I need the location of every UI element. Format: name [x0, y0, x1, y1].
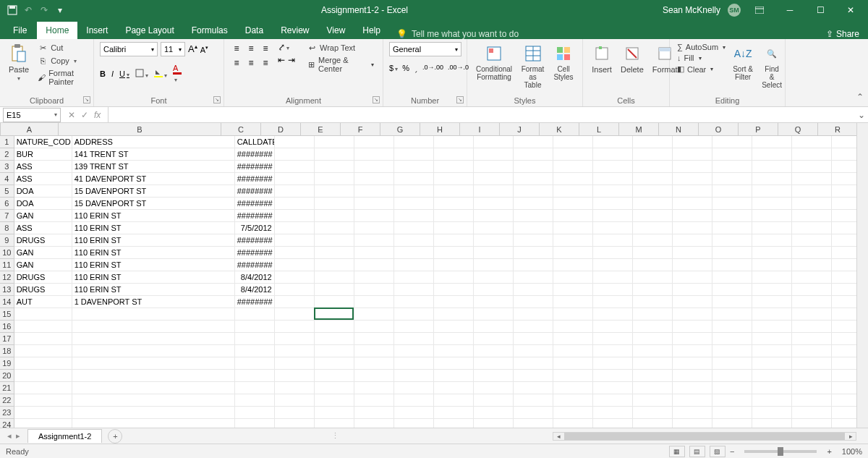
cell[interactable] [553, 198, 593, 210]
number-format-select[interactable]: General▾ [389, 42, 461, 56]
row-header-5[interactable]: 5 [0, 185, 14, 198]
cell[interactable] [514, 222, 553, 234]
cell[interactable] [354, 370, 394, 382]
cell[interactable]: 1 DAVENPORT ST [72, 296, 235, 308]
cell[interactable] [673, 296, 712, 308]
cell[interactable]: 8/4/2012 [235, 271, 275, 284]
cell[interactable] [235, 308, 275, 321]
cell[interactable] [792, 247, 832, 259]
cell[interactable] [315, 259, 354, 271]
cell[interactable] [832, 296, 856, 308]
cell[interactable]: ######## [235, 259, 275, 271]
wrap-text-button[interactable]: ↩Wrap Text [304, 42, 377, 54]
cell[interactable] [394, 222, 434, 234]
cell[interactable] [394, 234, 434, 247]
orientation-button[interactable]: ⤤ [278, 42, 295, 52]
cell[interactable] [514, 308, 553, 321]
zoom-slider[interactable] [744, 450, 817, 453]
new-sheet-button[interactable]: + [108, 429, 122, 444]
cell[interactable] [712, 308, 752, 321]
cell[interactable] [792, 222, 832, 234]
cell[interactable] [434, 161, 474, 173]
expand-formula-bar-icon[interactable]: ⌄ [855, 110, 868, 120]
cell[interactable] [593, 136, 633, 148]
cell[interactable] [712, 210, 752, 222]
cell[interactable] [434, 234, 474, 247]
clear-button[interactable]: ◧Clear▾ [676, 64, 727, 75]
cell[interactable] [315, 284, 354, 296]
cell[interactable] [633, 296, 673, 308]
cell[interactable] [673, 284, 712, 296]
cell[interactable] [14, 382, 72, 394]
cell[interactable] [752, 198, 792, 210]
cell[interactable] [752, 234, 792, 247]
cell[interactable] [593, 382, 633, 394]
align-middle-icon[interactable]: ≡ [244, 42, 258, 55]
column-header-O[interactable]: O [699, 123, 739, 135]
cell[interactable] [752, 284, 792, 296]
bold-button[interactable]: B [100, 69, 106, 78]
cell[interactable] [434, 173, 474, 185]
cell[interactable] [792, 321, 832, 333]
cell[interactable] [553, 345, 593, 357]
cell[interactable] [553, 136, 593, 148]
fill-button[interactable]: ↓Fill▾ [676, 53, 727, 63]
increase-indent-icon[interactable]: ⇥ [288, 55, 295, 65]
next-sheet-icon[interactable]: ▸ [14, 431, 22, 441]
cell[interactable]: ######## [235, 148, 275, 161]
cell[interactable] [394, 357, 434, 370]
fx-icon[interactable]: fx [94, 110, 101, 120]
cell[interactable] [474, 222, 514, 234]
shrink-font-icon[interactable]: A▾ [200, 45, 208, 54]
cell[interactable] [593, 247, 633, 259]
save-icon[interactable] [6, 4, 19, 17]
cell[interactable] [474, 136, 514, 148]
cell[interactable] [832, 234, 856, 247]
cell[interactable] [593, 407, 633, 419]
cell[interactable] [633, 345, 673, 357]
cell[interactable] [553, 148, 593, 161]
cell[interactable] [394, 173, 434, 185]
cell[interactable] [673, 136, 712, 148]
cell[interactable] [474, 173, 514, 185]
cell[interactable] [434, 198, 474, 210]
user-name[interactable]: Sean McKnelly [663, 5, 720, 15]
cell[interactable] [434, 271, 474, 284]
cell[interactable] [275, 333, 315, 345]
cell[interactable] [593, 234, 633, 247]
cell[interactable]: 15 DAVENPORT ST [72, 185, 235, 198]
cell[interactable] [275, 259, 315, 271]
borders-button[interactable] [135, 69, 148, 79]
cell[interactable] [712, 234, 752, 247]
cell[interactable] [434, 308, 474, 321]
cell[interactable] [673, 185, 712, 198]
cell[interactable] [275, 136, 315, 148]
cell[interactable] [673, 321, 712, 333]
cell[interactable] [792, 259, 832, 271]
cell[interactable] [275, 321, 315, 333]
cell[interactable]: 110 ERIN ST [72, 284, 235, 296]
cell[interactable] [553, 308, 593, 321]
row-header-23[interactable]: 23 [0, 407, 14, 419]
font-dialog-launcher[interactable]: ↘ [213, 96, 221, 103]
cell[interactable]: ######## [235, 173, 275, 185]
normal-view-icon[interactable]: ▦ [669, 446, 685, 457]
scroll-right-icon[interactable]: ▸ [846, 433, 856, 440]
cell[interactable] [752, 333, 792, 345]
cell[interactable] [72, 308, 235, 321]
clipboard-dialog-launcher[interactable]: ↘ [83, 96, 90, 103]
cell[interactable] [752, 222, 792, 234]
cell[interactable] [315, 394, 354, 407]
cell[interactable] [712, 419, 752, 428]
cell[interactable] [633, 308, 673, 321]
cell[interactable] [553, 370, 593, 382]
cell[interactable] [792, 161, 832, 173]
cell[interactable] [593, 173, 633, 185]
cell[interactable] [792, 173, 832, 185]
cell[interactable] [514, 394, 553, 407]
cell[interactable] [792, 370, 832, 382]
cell[interactable] [275, 247, 315, 259]
column-header-K[interactable]: K [540, 123, 579, 135]
cell[interactable] [792, 333, 832, 345]
cell[interactable] [752, 407, 792, 419]
